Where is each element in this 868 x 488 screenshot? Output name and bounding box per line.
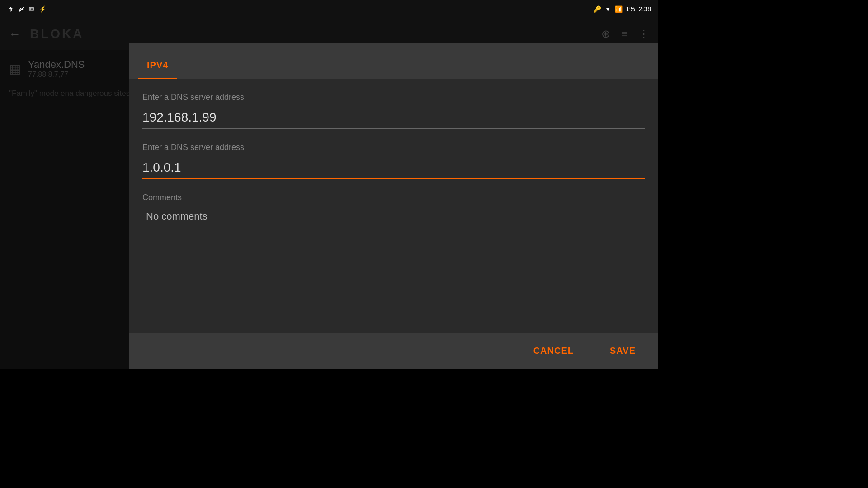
dns-input-2[interactable] [142, 157, 645, 179]
app-icon-1: 🗡 [7, 5, 14, 13]
key-icon: 🔑 [594, 5, 601, 13]
dns-input-1[interactable] [142, 107, 645, 129]
dns-field-1-wrap: Enter a DNS server address [142, 93, 645, 129]
wifi-icon: ▼ [605, 5, 611, 13]
app-icon-3: ✉ [29, 5, 34, 13]
dns-field-2-wrap: Enter a DNS server address [142, 143, 645, 179]
app-icon-4: ⚡ [39, 5, 47, 13]
cancel-button[interactable]: CANCEL [524, 341, 583, 361]
dns-field-2-label: Enter a DNS server address [142, 143, 645, 152]
comments-section: Comments No comments [142, 193, 645, 224]
signal-icon: 📶 [615, 5, 623, 13]
battery-level: 1% [626, 5, 635, 13]
status-bar: 🗡 🌶 ✉ ⚡ 🔑 ▼ 📶 1% 2:38 [0, 0, 658, 18]
dialog: IPV4 Enter a DNS server address Enter a … [129, 43, 658, 369]
clock: 2:38 [639, 5, 651, 13]
comments-label: Comments [142, 193, 645, 202]
tab-ipv4[interactable]: IPV4 [138, 53, 177, 79]
save-button[interactable]: SAVE [601, 341, 645, 361]
status-bar-left: 🗡 🌶 ✉ ⚡ [7, 5, 47, 13]
dns-field-1-label: Enter a DNS server address [142, 93, 645, 102]
app-icon-2: 🌶 [18, 5, 24, 13]
dialog-content: Enter a DNS server address Enter a DNS s… [129, 79, 658, 333]
comments-value: No comments [142, 209, 645, 224]
dialog-buttons: CANCEL SAVE [129, 333, 658, 369]
status-bar-right: 🔑 ▼ 📶 1% 2:38 [594, 5, 651, 13]
dialog-tab-bar: IPV4 [129, 43, 658, 79]
